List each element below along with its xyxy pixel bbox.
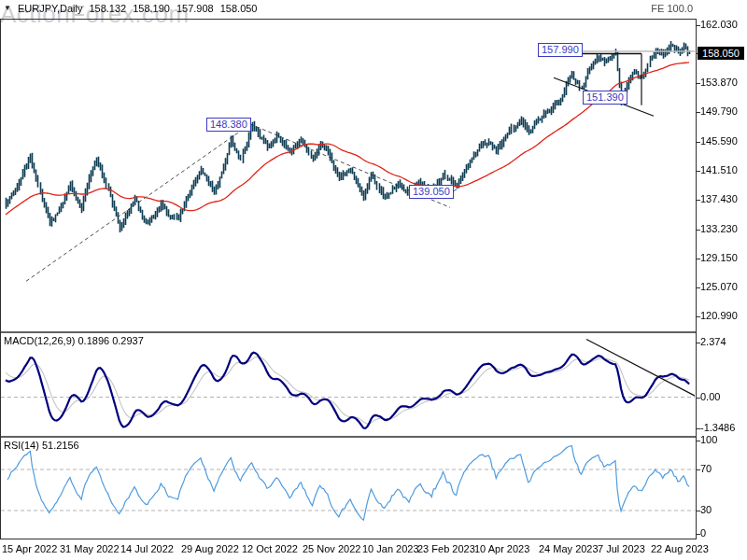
current-price-tag: 158.050: [698, 47, 744, 60]
date-axis-label: 15 Apr 2022: [2, 543, 57, 554]
rsi-axis-label: 100: [700, 434, 717, 445]
price-axis-label: 153.870: [700, 77, 738, 88]
date-axis-label: 7 Jul 2023: [598, 543, 645, 554]
quote-low: 157.908: [176, 3, 214, 14]
rsi-axis-label: 0: [700, 527, 706, 539]
rsi-axis-label: 70: [700, 463, 712, 474]
date-axis-label: 31 May 2022: [60, 543, 120, 554]
price-object-label[interactable]: 157.990: [538, 43, 583, 57]
quote-high: 158.190: [133, 3, 170, 14]
price-chart-canvas[interactable]: [0, 0, 747, 560]
macd-pane-title: MACD(12,26,9) 0.1896 0.2937: [4, 335, 144, 346]
symbol-timeframe: EURJPY,Daily: [18, 3, 83, 14]
price-axis-label: 120.990: [700, 310, 738, 321]
chart-header: ▼ EURJPY,Daily 158.132 158.190 157.908 1…: [4, 3, 257, 14]
rsi-pane-title: RSI(14) 51.2156: [4, 440, 79, 451]
quote-open: 158.132: [89, 3, 126, 14]
fib-extension-label[interactable]: FE 100.0: [651, 3, 693, 14]
chart-window: ActionForex.com ▼ EURJPY,Daily 158.132 1…: [0, 0, 747, 560]
macd-axis-label: 2.374: [700, 336, 726, 347]
date-axis-label: 10 Apr 2023: [474, 543, 529, 554]
macd-axis-label: 0.00: [700, 391, 720, 402]
date-axis-label: 14 Jul 2022: [120, 543, 174, 554]
date-axis-label: 29 Aug 2022: [181, 543, 239, 554]
date-axis-label: 23 Feb 2023: [417, 543, 475, 554]
rsi-axis-label: 30: [700, 504, 712, 515]
price-object-label[interactable]: 139.050: [409, 185, 454, 199]
date-axis-label: 10 Jan 2023: [362, 543, 419, 554]
date-axis-label: 24 May 2023: [539, 543, 599, 554]
date-axis-label: 12 Oct 2022: [242, 543, 298, 554]
price-axis-label: 149.790: [700, 105, 738, 117]
price-axis-label: 137.430: [700, 193, 738, 204]
price-object-label[interactable]: 148.380: [206, 118, 251, 132]
price-axis-label: 125.070: [700, 281, 738, 292]
collapse-triangle-icon[interactable]: ▼: [4, 5, 11, 12]
price-axis-label: 145.590: [700, 135, 738, 147]
date-axis-label: 22 Aug 2023: [651, 543, 709, 554]
price-object-label[interactable]: 151.390: [583, 91, 627, 105]
quote-close: 158.050: [220, 3, 258, 14]
price-axis-label: 141.510: [700, 164, 738, 175]
price-axis-label: 129.150: [700, 252, 738, 263]
macd-axis-label: -1.3486: [700, 422, 735, 433]
date-axis-label: 25 Nov 2022: [303, 543, 360, 554]
price-axis-label: 162.030: [700, 19, 738, 30]
price-axis-label: 133.230: [700, 223, 738, 234]
